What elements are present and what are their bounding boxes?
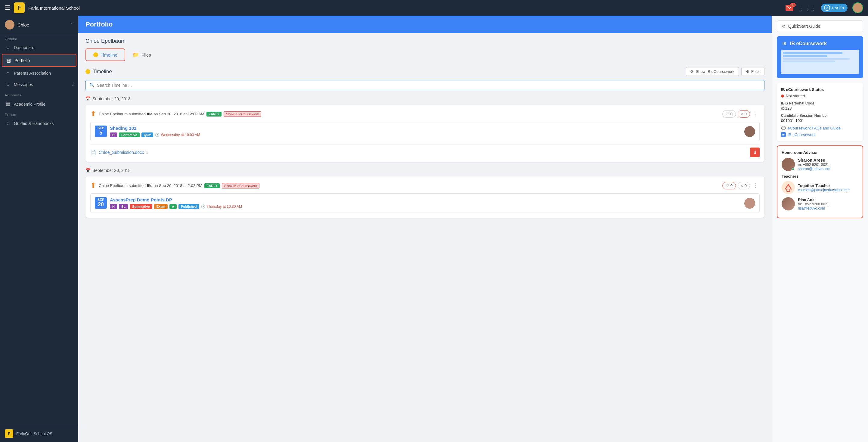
files-tab-icon: 📁 — [132, 52, 139, 58]
time-text-2: Thursday at 10:30 AM — [207, 204, 242, 209]
time-badge-2: 🕐 Thursday at 10:30 AM — [201, 204, 242, 209]
homeroom-title: Homeroom Advisor — [782, 150, 858, 155]
ib-link-icon: IB — [781, 132, 786, 137]
sidebar-section-general: General — [0, 34, 78, 42]
timeline-actions: ⟳ Show IB eCoursework ⚙ Filter — [686, 67, 765, 76]
date-box-2: SEP 20 — [95, 197, 107, 209]
mail-count: 11 — [790, 3, 796, 7]
teacher-email-risa[interactable]: risa@eduvo.com — [798, 206, 829, 210]
badge-quiz-1: Quiz — [142, 132, 154, 137]
course-day-2: 20 — [97, 201, 104, 208]
sidebar-section-academics: Academics — [0, 90, 78, 98]
advisor-avatar — [782, 158, 795, 171]
topbar-right: 11 ⋮⋮⋮ IB 1 of 2 ▾ — [785, 2, 863, 13]
download-button-1[interactable]: ⬇ — [750, 148, 760, 157]
sidebar-item-guides[interactable]: ○ Guides & Handbooks — [0, 118, 78, 129]
date-text-sept20: September 20, 2018 — [92, 168, 131, 173]
badge-show-ib-2[interactable]: Show IB eCoursework — [222, 183, 259, 188]
sidebar-section-explore: Explore — [0, 110, 78, 118]
search-input[interactable] — [97, 83, 761, 88]
advisor-name: Sharon Arese — [798, 158, 830, 163]
badge-show-ib-1[interactable]: Show IB eCoursework — [224, 111, 261, 117]
candidate-label: Candidate Session Number — [781, 114, 859, 118]
hamburger-menu[interactable]: ☰ — [5, 4, 10, 11]
file-help-icon-1[interactable]: ℹ — [146, 150, 148, 155]
file-name-1[interactable]: Chloe_Submission.docx — [99, 150, 144, 155]
teacher-row-risa: Risa Aoki m: +852 9208 8021 risa@eduvo.c… — [782, 197, 858, 210]
sidebar-label-academic: Academic Profile — [14, 102, 45, 107]
mail-icon[interactable]: 11 — [785, 5, 793, 11]
session-text: 1 of 2 — [831, 6, 841, 10]
teacher-name-together: Together Teacher — [798, 183, 850, 188]
teacher-name-risa: Risa Aoki — [798, 198, 829, 202]
course-title-1[interactable]: Shading 101 — [110, 125, 200, 131]
status-dot — [781, 94, 784, 97]
advisor-phone: m: +852 9201 8021 — [798, 163, 830, 167]
badge-early-2: EARLY — [204, 183, 219, 188]
ibis-label: IBIS Personal Code — [781, 101, 859, 106]
sidebar-user-chevron[interactable]: ⌃ — [69, 22, 73, 28]
timeline-item-1-header: ⬆ Chloe Epelbaum submitted file on Sep 3… — [90, 110, 760, 118]
session-icon: IB — [824, 5, 830, 11]
date-label-sept29: 📅 September 29, 2018 — [86, 96, 765, 101]
user-avatar[interactable] — [852, 2, 863, 13]
time-text-1: Wednesday at 10:00 AM — [161, 133, 200, 137]
ib-banner-text: IB eCoursework — [790, 41, 827, 47]
timeline-prefix-1: Chloe Epelbaum submitted — [99, 112, 146, 116]
course-card-2: SEP 20 AssessPrep Demo Points DP H SL Su… — [90, 193, 760, 213]
course-info-2: AssessPrep Demo Points DP H SL Summative… — [110, 197, 242, 209]
sidebar-item-messages[interactable]: ○ Messages › — [0, 79, 78, 90]
svg-text:IB: IB — [826, 7, 828, 10]
show-ib-button[interactable]: ⟳ Show IB eCoursework — [686, 67, 739, 76]
comment-icon-1: ○ — [741, 112, 743, 116]
course-title-2[interactable]: AssessPrep Demo Points DP — [110, 197, 242, 202]
tab-timeline[interactable]: Timeline — [86, 49, 125, 61]
badge-exam-2: Exam — [154, 204, 168, 209]
heart-icon-2: ♡ — [726, 183, 729, 188]
heart-button-2[interactable]: ♡ 0 — [722, 182, 736, 189]
student-name: Chloe Epelbaum — [86, 38, 765, 44]
dashboard-icon: ○ — [5, 45, 11, 50]
filter-button[interactable]: ⚙ Filter — [741, 67, 765, 76]
timeline-item-1-actions: ♡ 0 ○ 0 ⋮ — [722, 110, 760, 118]
comment-count-1: 0 — [745, 112, 747, 116]
badge-published-2: Published — [179, 204, 199, 209]
more-button-1[interactable]: ⋮ — [752, 111, 760, 117]
tab-files[interactable]: 📁 Files — [125, 49, 158, 61]
quickstart-icon: ⚙ — [782, 24, 786, 29]
sidebar-item-parents[interactable]: ○ Parents Association — [0, 67, 78, 79]
ib-link-faqs[interactable]: 💬 eCoursework FAQs and Guide — [781, 126, 859, 130]
sidebar-item-academic[interactable]: ▦ Academic Profile — [0, 98, 78, 110]
portfolio-header: Portfolio — [78, 16, 772, 33]
date-calendar-icon-2: 📅 — [86, 168, 91, 173]
comment-count-2: 0 — [745, 183, 747, 188]
teacher-email-together[interactable]: courses@pamojaeducation.com — [798, 188, 850, 192]
guides-icon: ○ — [5, 121, 11, 126]
ib-link-ecoursework[interactable]: IB IB eCoursework — [781, 132, 859, 137]
heart-button-1[interactable]: ♡ 0 — [722, 110, 736, 118]
comment-icon-2: ○ — [741, 183, 743, 188]
comment-button-1[interactable]: ○ 0 — [738, 110, 750, 118]
ib-banner-title: IB IB eCoursework — [781, 40, 859, 47]
timeline-label: Timeline — [93, 69, 112, 75]
faria-logo: F — [14, 2, 25, 13]
sidebar-user[interactable]: Chloe ⌃ — [0, 16, 78, 34]
advisor-info: Sharon Arese m: +852 9201 8021 sharon@ed… — [798, 158, 830, 171]
tab-timeline-label: Timeline — [100, 52, 117, 58]
badge-h-1: H — [110, 132, 117, 137]
grid-icon[interactable]: ⋮⋮⋮ — [798, 4, 816, 11]
sidebar-item-portfolio[interactable]: ▦ Portfolio — [2, 54, 76, 67]
comment-button-2[interactable]: ○ 0 — [738, 182, 750, 189]
ib-status-text: Not started — [786, 94, 805, 98]
heart-icon-1: ♡ — [726, 112, 729, 116]
timeline-title: Timeline — [86, 69, 112, 75]
sidebar-item-dashboard[interactable]: ○ Dashboard — [0, 42, 78, 53]
session-badge[interactable]: IB 1 of 2 ▾ — [821, 4, 847, 12]
quickstart-button[interactable]: ⚙ QuickStart Guide — [777, 21, 863, 32]
date-calendar-icon: 📅 — [86, 96, 91, 101]
more-button-2[interactable]: ⋮ — [752, 182, 760, 189]
file-info-1: 📄 Chloe_Submission.docx ℹ — [90, 150, 148, 155]
sidebar-label-dashboard: Dashboard — [14, 45, 35, 50]
timeline-section-header: Timeline ⟳ Show IB eCoursework ⚙ Filter — [86, 67, 765, 76]
advisor-email[interactable]: sharon@eduvo.com — [798, 167, 830, 171]
